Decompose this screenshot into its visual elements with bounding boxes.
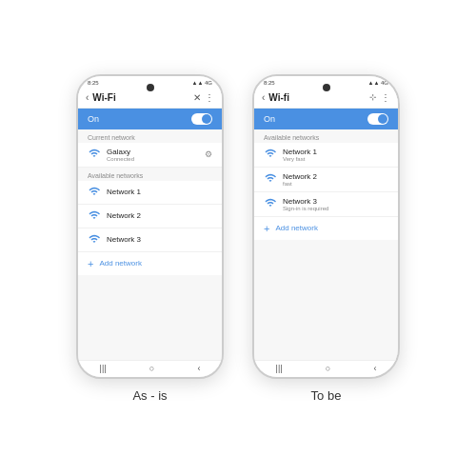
left-add-label: Add network (99, 259, 141, 268)
right-nav-home[interactable]: ○ (326, 364, 330, 373)
left-more-icon[interactable]: ⋮ (205, 92, 214, 103)
left-network-info-2: Network 2 (107, 211, 212, 220)
right-nav-back[interactable]: ‹ (373, 364, 376, 373)
left-current-sub: Connected (107, 156, 199, 162)
right-nav-recent[interactable]: ||| (276, 364, 283, 373)
left-nav-back[interactable]: ‹ (197, 364, 200, 373)
left-current-network-info: Galaxy Connected (107, 148, 199, 162)
right-network-1[interactable]: Network 1 Very fast (254, 143, 398, 168)
right-toggle-switch[interactable] (367, 113, 388, 125)
left-gear-icon[interactable]: ⚙ (205, 149, 212, 159)
right-back-icon[interactable]: ‹ (262, 92, 265, 103)
right-signal: ▲▲ 4G (367, 80, 388, 86)
left-toggle-row[interactable]: On (78, 109, 222, 129)
left-wifi-icon-1 (88, 186, 101, 199)
right-network-sub-2: fast (283, 181, 388, 187)
right-network-sub-3: Sign-in is required (283, 206, 388, 211)
right-phone-container: 8:25 ▲▲ 4G ‹ Wi-fi ⊹ ⋮ (252, 74, 400, 379)
right-network-info-1: Network 1 Very fast (283, 148, 388, 162)
right-phone: 8:25 ▲▲ 4G ‹ Wi-fi ⊹ ⋮ (252, 74, 400, 379)
right-network-name-2: Network 2 (283, 172, 388, 181)
left-screen: ‹ Wi-Fi ✕ ⋮ On Current network (78, 88, 222, 362)
left-search-icon[interactable]: ✕ (193, 92, 201, 103)
punch-hole-right (323, 84, 330, 91)
caption-row: As - is To be (76, 388, 400, 403)
right-screen: ‹ Wi-fi ⊹ ⋮ On Available networ (254, 88, 398, 362)
left-signal: ▲▲ 4G (191, 80, 212, 86)
right-wifi-icon-1 (264, 148, 277, 161)
left-nav-recent[interactable]: ||| (100, 364, 107, 373)
right-network-info-3: Network 3 Sign-in is required (283, 197, 388, 211)
left-current-name: Galaxy (107, 148, 199, 156)
left-add-icon: + (88, 258, 93, 269)
left-top-bar-right: ✕ ⋮ (193, 92, 214, 103)
right-network-name-3: Network 3 (283, 197, 388, 206)
right-wifi-icon-3 (264, 197, 277, 210)
left-status-icons: ▲▲ 4G (191, 80, 212, 86)
right-add-label: Add network (275, 224, 317, 232)
left-top-bar-left: ‹ Wi-Fi (86, 92, 116, 103)
left-network-1[interactable]: Network 1 (78, 181, 222, 205)
right-more-icon[interactable]: ⋮ (381, 92, 390, 103)
right-toggle-row[interactable]: On (254, 109, 398, 129)
right-toggle-label: On (264, 114, 275, 124)
left-phone: 8:25 ▲▲ 4G ‹ Wi-Fi ✕ ⋮ (76, 74, 224, 379)
left-time: 8:25 (88, 80, 99, 86)
left-back-icon[interactable]: ‹ (86, 92, 89, 103)
right-network-3[interactable]: Network 3 Sign-in is required (254, 192, 398, 217)
right-network-sub-1: Very fast (283, 156, 388, 162)
left-wifi-icon-3 (88, 233, 101, 247)
left-bottom-nav: ||| ○ ‹ (78, 360, 222, 377)
right-network-info-2: Network 2 fast (283, 172, 388, 187)
right-time: 8:25 (264, 80, 275, 86)
left-network-info-3: Network 3 (107, 235, 212, 244)
right-top-bar-left: ‹ Wi-fi (262, 92, 289, 103)
right-available-section: Available networks (254, 129, 398, 143)
left-network-2[interactable]: Network 2 (78, 205, 222, 228)
left-network-name-1: Network 1 (107, 188, 212, 196)
left-add-network[interactable]: + Add network (78, 252, 222, 275)
left-current-section: Current network (78, 129, 222, 143)
right-bottom-nav: ||| ○ ‹ (254, 360, 398, 377)
left-network-name-2: Network 2 (107, 211, 212, 220)
right-network-name-1: Network 1 (283, 148, 388, 156)
left-phone-container: 8:25 ▲▲ 4G ‹ Wi-Fi ✕ ⋮ (76, 74, 224, 379)
right-add-network[interactable]: + Add network (254, 217, 398, 240)
right-status-icons: ▲▲ 4G (367, 80, 388, 86)
punch-hole-left (147, 84, 154, 91)
left-toggle-knob (202, 114, 211, 124)
right-toggle-knob (378, 114, 387, 124)
left-toggle-label: On (88, 114, 99, 124)
left-title: Wi-Fi (92, 92, 115, 103)
right-top-bar-right: ⊹ ⋮ (369, 92, 390, 103)
left-network-info-1: Network 1 (107, 188, 212, 196)
left-caption: As - is (76, 388, 224, 403)
right-caption: To be (252, 388, 400, 403)
left-connected-wifi-icon (88, 148, 101, 161)
left-network-name-3: Network 3 (107, 235, 212, 244)
left-wifi-icon-2 (88, 209, 101, 223)
right-title: Wi-fi (268, 92, 289, 103)
right-network-2[interactable]: Network 2 fast (254, 168, 398, 192)
left-nav-home[interactable]: ○ (149, 364, 154, 373)
left-available-section: Available networks (78, 168, 222, 181)
right-add-icon: + (264, 223, 269, 234)
left-current-network[interactable]: Galaxy Connected ⚙ (78, 143, 222, 168)
right-share-icon[interactable]: ⊹ (369, 92, 377, 102)
left-toggle-switch[interactable] (191, 113, 212, 125)
phones-comparison: 8:25 ▲▲ 4G ‹ Wi-Fi ✕ ⋮ (76, 74, 400, 388)
left-network-3[interactable]: Network 3 (78, 228, 222, 252)
right-wifi-icon-2 (264, 172, 277, 186)
